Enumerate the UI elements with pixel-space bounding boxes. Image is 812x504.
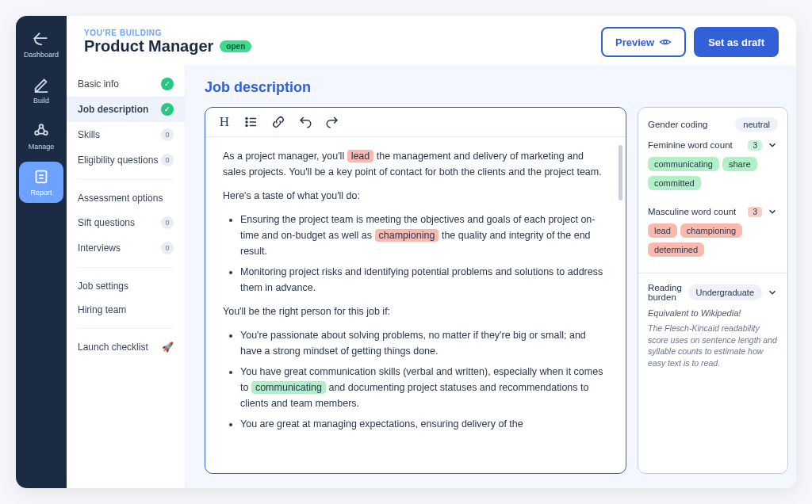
svg-point-7 <box>246 125 247 127</box>
editor: H As a project manager, you'll lead <box>205 107 626 474</box>
rail-label: Manage <box>29 143 55 151</box>
link-button[interactable] <box>270 114 286 130</box>
rail-label: Report <box>30 189 52 197</box>
masculine-count: 3 <box>748 207 762 217</box>
list-button[interactable] <box>243 114 259 130</box>
svg-rect-3 <box>36 171 47 183</box>
sidebar-item[interactable]: Interviews0 <box>67 235 185 261</box>
sidebar-item-label: Job settings <box>78 281 128 292</box>
sidebar-item[interactable]: Skills0 <box>67 122 185 147</box>
set-draft-button[interactable]: Set as draft <box>694 27 779 57</box>
chevron-down-icon <box>767 287 778 298</box>
sidebar-item-label: Sift questions <box>78 217 135 228</box>
undo-button[interactable] <box>297 114 313 130</box>
divider <box>78 179 174 180</box>
highlight-masculine: lead <box>347 150 374 162</box>
draft-label: Set as draft <box>708 36 764 48</box>
sidebar-item-label: Eligibility questions <box>78 155 158 166</box>
rocket-icon: 🚀 <box>162 342 174 353</box>
content-heading: Job description <box>205 79 788 96</box>
check-icon: ✓ <box>161 78 174 90</box>
preview-button[interactable]: Preview <box>601 27 686 57</box>
chevron-down-icon <box>767 206 778 217</box>
check-icon: ✓ <box>161 103 174 116</box>
report-icon <box>33 168 50 185</box>
feminine-count: 3 <box>748 140 762 151</box>
sidebar-item-label: Basic info <box>78 78 119 90</box>
rail-report[interactable]: Report <box>19 162 63 203</box>
masculine-section-toggle[interactable]: Masculine word count 3 <box>648 206 778 217</box>
sidebar-item-label: Launch checklist <box>78 342 148 353</box>
highlight-feminine: communicating <box>251 381 326 394</box>
page-title: Product Manager open <box>84 37 601 55</box>
count-badge: 0 <box>161 154 174 166</box>
feminine-word-chip[interactable]: committed <box>648 176 701 190</box>
count-badge: 0 <box>161 216 174 229</box>
highlight-masculine: championing <box>375 229 439 242</box>
masculine-word-chip[interactable]: lead <box>648 223 677 238</box>
rail-manage[interactable]: Manage <box>19 116 63 157</box>
people-icon <box>33 122 50 139</box>
chevron-down-icon <box>767 139 778 151</box>
sidebar-item-label: Assessment options <box>78 193 163 204</box>
sidebar-item[interactable]: Hiring team <box>67 298 185 322</box>
sidebar-item[interactable]: Job settings <box>67 274 185 298</box>
rail-dashboard[interactable]: Dashboard <box>19 24 63 65</box>
pencil-icon <box>33 76 50 94</box>
scrollbar[interactable] <box>619 145 622 200</box>
rail-label: Dashboard <box>24 51 59 59</box>
reading-section-toggle[interactable]: Reading burden Undergraduate <box>648 283 778 302</box>
analysis-panel: Gender coding neutral Feminine word coun… <box>638 107 788 474</box>
reading-description: The Flesch-Kincaid readability score use… <box>648 323 778 369</box>
step-sidebar: Basic info✓Job description✓Skills0Eligib… <box>67 65 186 488</box>
svg-point-4 <box>664 40 667 44</box>
masculine-word-chip[interactable]: determined <box>648 242 704 257</box>
rail-build[interactable]: Build <box>19 70 63 111</box>
status-badge: open <box>220 40 251 52</box>
feminine-section-toggle[interactable]: Feminine word count 3 <box>648 139 778 151</box>
sidebar-item[interactable]: Launch checklist🚀 <box>67 335 185 359</box>
title-text: Product Manager <box>84 37 213 55</box>
masculine-label: Masculine word count <box>648 207 736 216</box>
header: YOU'RE BUILDING Product Manager open Pre… <box>67 16 796 65</box>
svg-point-0 <box>40 124 44 128</box>
sidebar-item[interactable]: Basic info✓ <box>67 71 185 97</box>
reading-value: Undergraduate <box>688 284 762 300</box>
svg-point-6 <box>246 121 247 123</box>
editor-body[interactable]: As a project manager, you'll lead the ma… <box>205 137 626 451</box>
masculine-word-chip[interactable]: championing <box>680 223 742 238</box>
eye-icon <box>659 36 672 48</box>
preview-label: Preview <box>615 36 654 48</box>
count-badge: 0 <box>161 128 174 141</box>
rail-label: Build <box>33 97 49 105</box>
heading-button[interactable]: H <box>216 114 232 130</box>
sidebar-item-label: Hiring team <box>78 304 126 315</box>
header-eyebrow: YOU'RE BUILDING <box>84 29 601 37</box>
gender-coding-value: neutral <box>735 117 778 132</box>
sidebar-item-label: Interviews <box>78 242 121 254</box>
feminine-word-chip[interactable]: communicating <box>648 157 719 171</box>
sidebar-item[interactable]: Job description✓ <box>67 97 185 122</box>
divider <box>78 328 174 329</box>
nav-rail: Dashboard Build Manage Report <box>16 16 67 488</box>
back-arrow-icon <box>33 30 50 48</box>
gender-coding-label: Gender coding <box>648 120 707 129</box>
feminine-word-chip[interactable]: share <box>722 157 757 171</box>
sidebar-item[interactable]: Eligibility questions0 <box>67 147 185 173</box>
sidebar-item[interactable]: Assessment options <box>67 186 185 210</box>
divider <box>78 267 174 268</box>
sidebar-item-label: Skills <box>78 129 100 140</box>
redo-button[interactable] <box>324 114 340 130</box>
editor-toolbar: H <box>205 108 626 137</box>
svg-point-5 <box>246 118 247 120</box>
reading-label: Reading burden <box>648 283 688 302</box>
feminine-label: Feminine word count <box>648 140 733 150</box>
count-badge: 0 <box>161 242 174 254</box>
reading-equivalent: Equivalent to Wikipedia! <box>648 308 778 318</box>
sidebar-item[interactable]: Sift questions0 <box>67 210 185 235</box>
sidebar-item-label: Job description <box>78 104 148 115</box>
